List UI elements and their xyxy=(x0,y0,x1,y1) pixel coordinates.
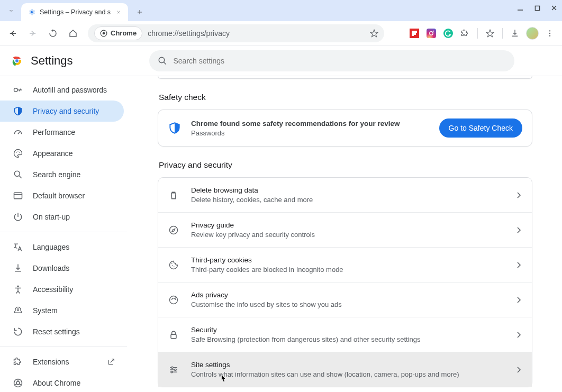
minimize-button[interactable] xyxy=(515,3,525,13)
sidebar-item-about[interactable]: About Chrome xyxy=(0,372,124,392)
row-title: Site settings xyxy=(191,361,505,369)
puzzle-icon xyxy=(460,29,470,38)
system-icon xyxy=(13,305,23,316)
instagram-icon xyxy=(427,29,436,38)
extension-grammarly[interactable] xyxy=(442,28,454,39)
svg-point-29 xyxy=(171,262,173,263)
home-icon xyxy=(68,29,78,38)
puzzle-icon xyxy=(13,357,23,367)
page-title: Settings xyxy=(31,54,73,68)
svg-point-26 xyxy=(170,226,178,234)
chrome-menu-button[interactable] xyxy=(544,28,556,39)
row-ads-privacy[interactable]: Ads privacy Customise the info used by s… xyxy=(158,282,532,317)
sidebar-item-autofill[interactable]: Autofill and passwords xyxy=(0,79,124,101)
arrow-left-icon xyxy=(8,29,17,38)
sidebar-item-appearance[interactable]: Appearance xyxy=(0,143,124,164)
sidebar-item-default-browser[interactable]: Default browser xyxy=(0,185,124,206)
svg-point-20 xyxy=(14,171,20,176)
power-icon xyxy=(13,212,23,222)
sidebar-item-label: Privacy and security xyxy=(33,107,99,115)
sidebar-item-system[interactable]: System xyxy=(0,300,124,321)
settings-sidebar[interactable]: Autofill and passwords Privacy and secur… xyxy=(0,76,131,392)
sidebar-item-languages[interactable]: Languages xyxy=(0,236,124,258)
profile-avatar[interactable] xyxy=(526,27,539,40)
compass-icon xyxy=(168,224,179,236)
shield-icon xyxy=(13,106,23,116)
row-title: Security xyxy=(191,326,505,334)
row-security[interactable]: Security Safe Browsing (protection from … xyxy=(158,317,532,352)
new-tab-button[interactable] xyxy=(132,5,147,20)
sidebar-item-performance[interactable]: Performance xyxy=(0,122,124,143)
maximize-button[interactable] xyxy=(532,3,542,13)
svg-point-33 xyxy=(175,369,176,370)
sidebar-item-downloads[interactable]: Downloads xyxy=(0,258,124,279)
sidebar-item-privacy[interactable]: Privacy and security xyxy=(0,101,124,122)
svg-point-27 xyxy=(172,265,173,266)
reload-button[interactable] xyxy=(44,25,61,42)
svg-point-9 xyxy=(549,30,550,31)
row-subtitle: Controls what information sites can use … xyxy=(191,370,505,378)
svg-point-23 xyxy=(17,309,19,311)
plus-icon xyxy=(136,8,143,16)
ads-icon xyxy=(168,294,179,306)
row-site-settings[interactable]: Site settings Controls what information … xyxy=(158,352,532,387)
chrome-icon xyxy=(100,30,107,37)
downloads-button[interactable] xyxy=(509,28,521,39)
trash-icon xyxy=(168,189,179,201)
svg-point-8 xyxy=(443,29,453,38)
sidebar-item-label: Appearance xyxy=(33,149,73,158)
sidebar-item-label: Accessibility xyxy=(33,285,73,294)
partial-card-edge xyxy=(158,76,532,79)
extension-instagram[interactable] xyxy=(425,28,437,39)
tab-close-button[interactable] xyxy=(114,8,123,16)
sidebar-item-accessibility[interactable]: Accessibility xyxy=(0,279,124,300)
row-subtitle: Safe Browsing (protection from dangerous… xyxy=(191,335,505,343)
row-delete-browsing-data[interactable]: Delete browsing data Delete history, coo… xyxy=(158,178,532,212)
reload-icon xyxy=(48,29,58,38)
kebab-icon xyxy=(546,29,554,38)
external-link-icon xyxy=(107,358,115,366)
browser-tab[interactable]: Settings – Privacy and s xyxy=(21,3,128,21)
search-icon xyxy=(13,169,23,180)
settings-search[interactable] xyxy=(149,50,514,71)
tabs-dropdown[interactable] xyxy=(4,4,18,17)
forward-button[interactable] xyxy=(24,25,41,42)
star-icon xyxy=(369,29,379,38)
sidebar-item-reset[interactable]: Reset settings xyxy=(0,321,124,342)
go-to-safety-check-button[interactable]: Go to Safety Check xyxy=(439,118,522,138)
browser-icon xyxy=(13,190,23,201)
row-third-party-cookies[interactable]: Third-party cookies Third-party cookies … xyxy=(158,247,532,282)
row-title: Delete browsing data xyxy=(191,186,505,194)
address-bar[interactable]: Chrome chrome://settings/privacy xyxy=(88,24,384,42)
gauge-icon xyxy=(13,127,23,138)
sidebar-item-label: Downloads xyxy=(33,264,69,272)
toolbar-right xyxy=(409,27,558,40)
row-subtitle: Customise the info used by sites to show… xyxy=(191,300,505,308)
settings-content[interactable]: Safety check Chrome found some safety re… xyxy=(131,76,562,392)
svg-point-15 xyxy=(159,57,165,63)
sidebar-item-startup[interactable]: On start-up xyxy=(0,206,124,227)
svg-point-16 xyxy=(14,88,18,92)
sidebar-item-search-engine[interactable]: Search engine xyxy=(0,164,124,185)
separator xyxy=(477,28,478,39)
svg-rect-31 xyxy=(171,334,176,339)
sidebar-item-extensions[interactable]: Extensions xyxy=(0,351,124,372)
chevron-right-icon xyxy=(517,367,521,373)
bookmark-button[interactable] xyxy=(369,29,379,38)
extensions-button[interactable] xyxy=(459,28,471,39)
home-button[interactable] xyxy=(65,25,81,42)
safety-card-title: Chrome found some safety recommendations… xyxy=(191,120,430,127)
sidebar-item-label: Reset settings xyxy=(33,327,80,336)
close-window-button[interactable] xyxy=(549,3,559,13)
row-privacy-guide[interactable]: Privacy guide Review key privacy and sec… xyxy=(158,212,532,247)
extension-flipboard[interactable] xyxy=(409,28,420,39)
settings-search-input[interactable] xyxy=(174,57,506,65)
tune-icon xyxy=(168,364,179,376)
section-title-safety: Safety check xyxy=(159,93,532,102)
lock-icon xyxy=(168,329,179,341)
svg-rect-1 xyxy=(535,6,539,10)
svg-point-25 xyxy=(16,381,20,385)
settings-body: Autofill and passwords Privacy and secur… xyxy=(0,76,562,392)
bookmarks-button[interactable] xyxy=(484,28,496,39)
back-button[interactable] xyxy=(4,25,21,42)
